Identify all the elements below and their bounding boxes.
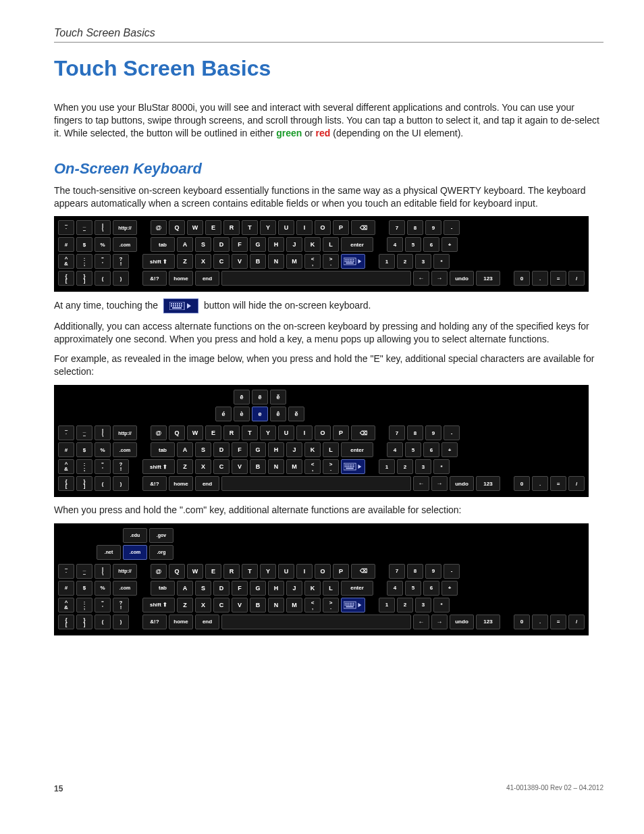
keyboard-key[interactable]: end xyxy=(195,271,219,286)
keyboard-key[interactable]: O xyxy=(315,425,331,440)
arrow-key[interactable]: → xyxy=(431,615,448,629)
keyboard-key[interactable]: 3 xyxy=(415,459,431,474)
keyboard-key[interactable]: P xyxy=(333,564,349,579)
keyboard-key[interactable]: ?! xyxy=(113,254,129,269)
keyboard-key[interactable]: T xyxy=(242,220,258,235)
keyboard-key[interactable]: X xyxy=(195,598,211,613)
keyboard-key[interactable]: home xyxy=(169,271,193,286)
arrow-key[interactable]: → xyxy=(431,476,448,491)
keyboard-key[interactable]: = xyxy=(550,271,566,286)
keyboard-key[interactable]: {[ xyxy=(58,615,74,629)
popup-key[interactable]: .net xyxy=(97,545,121,560)
keyboard-key[interactable]: U xyxy=(278,564,294,579)
keyboard-key[interactable]: * xyxy=(433,459,450,474)
keyboard-key[interactable]: ^& xyxy=(58,254,74,269)
popup-key-selected[interactable]: .com xyxy=(123,545,147,560)
keyboard-key[interactable]: . xyxy=(532,615,548,629)
keyboard-key[interactable]: <, xyxy=(304,598,321,613)
keyboard-key[interactable]: ~` xyxy=(58,220,74,235)
keyboard-key[interactable]: ) xyxy=(113,615,129,629)
keyboard-key[interactable]: J xyxy=(286,581,302,596)
keyboard-key[interactable]: / xyxy=(568,271,585,286)
keyboard-key[interactable]: |\ xyxy=(95,425,111,440)
keyboard-key[interactable]: C xyxy=(213,459,230,474)
keyboard-key[interactable]: ^& xyxy=(58,459,74,474)
backspace-key[interactable]: ⌫ xyxy=(351,220,375,235)
keyboard-key[interactable]: @ xyxy=(151,425,167,440)
keyboard-key[interactable]: .com xyxy=(113,581,137,596)
symbols-key[interactable]: &!? xyxy=(142,615,167,629)
keyboard-key[interactable]: . xyxy=(532,476,548,491)
keyboard-key[interactable]: B xyxy=(250,598,266,613)
keyboard-key[interactable]: E xyxy=(205,220,221,235)
hide-keyboard-key[interactable] xyxy=(341,459,365,474)
undo-key[interactable]: undo xyxy=(450,271,474,286)
popup-key-selected[interactable]: e xyxy=(252,407,268,421)
tab-key[interactable]: tab xyxy=(151,237,175,252)
keyboard-key[interactable]: M xyxy=(286,459,302,474)
keyboard-key[interactable]: I xyxy=(296,425,313,440)
keyboard-key[interactable]: - xyxy=(444,425,460,440)
keyboard-key[interactable]: 5 xyxy=(405,237,421,252)
keyboard-key[interactable]: 7 xyxy=(389,425,405,440)
keyboard-key[interactable]: K xyxy=(304,581,321,596)
undo-key[interactable]: undo xyxy=(450,615,474,629)
keyboard-key[interactable]: 2 xyxy=(397,254,413,269)
keyboard-key[interactable]: Y xyxy=(260,220,276,235)
keyboard-key[interactable]: <, xyxy=(304,459,321,474)
keyboard-key[interactable]: 2 xyxy=(397,459,413,474)
keyboard-key[interactable]: K xyxy=(304,237,321,252)
keyboard-key[interactable]: 7 xyxy=(389,564,405,579)
keyboard-key[interactable]: B xyxy=(250,254,266,269)
keyboard-key[interactable]: 9 xyxy=(425,564,441,579)
keyboard-key[interactable]: {[ xyxy=(58,271,74,286)
popup-key[interactable]: è xyxy=(234,407,250,421)
keyboard-key[interactable]: 3 xyxy=(415,254,431,269)
keyboard-key[interactable]: Z xyxy=(177,459,193,474)
numeric-toggle-key[interactable]: 123 xyxy=(476,271,500,286)
keyboard-key[interactable]: $ xyxy=(76,237,92,252)
keyboard-key[interactable]: # xyxy=(58,237,74,252)
keyboard-key[interactable]: C xyxy=(213,254,230,269)
keyboard-key[interactable]: :; xyxy=(76,459,92,474)
keyboard-key[interactable]: S xyxy=(195,442,211,457)
keyboard-key[interactable]: V xyxy=(232,459,248,474)
keyboard-key[interactable]: % xyxy=(95,442,111,457)
keyboard-key[interactable]: 1 xyxy=(379,254,395,269)
keyboard-key[interactable]: }] xyxy=(76,271,92,286)
keyboard-key[interactable]: % xyxy=(95,581,111,596)
keyboard-key[interactable]: * xyxy=(433,254,450,269)
keyboard-key[interactable]: ( xyxy=(95,615,111,629)
symbols-key[interactable]: &!? xyxy=(142,271,167,286)
keyboard-key[interactable]: E xyxy=(205,425,221,440)
numeric-toggle-key[interactable]: 123 xyxy=(476,476,500,491)
numeric-toggle-key[interactable]: 123 xyxy=(476,615,500,629)
popup-key[interactable]: ē xyxy=(234,390,250,405)
backspace-key[interactable]: ⌫ xyxy=(351,425,375,440)
keyboard-key[interactable]: 0 xyxy=(514,476,530,491)
keyboard-key[interactable]: E xyxy=(205,564,221,579)
keyboard-key[interactable]: http:// xyxy=(113,220,137,235)
keyboard-key[interactable]: O xyxy=(315,220,331,235)
keyboard-key[interactable]: home xyxy=(169,476,193,491)
keyboard-key[interactable]: D xyxy=(213,442,230,457)
keyboard-key[interactable]: Y xyxy=(260,425,276,440)
keyboard-key[interactable]: {[ xyxy=(58,476,74,491)
enter-key[interactable]: enter xyxy=(341,581,373,596)
popup-key[interactable]: ë xyxy=(252,390,268,405)
keyboard-key[interactable]: _– xyxy=(76,564,92,579)
keyboard-key[interactable]: L xyxy=(323,442,339,457)
keyboard-key[interactable]: H xyxy=(268,237,284,252)
keyboard-key[interactable]: :; xyxy=(76,254,92,269)
hide-keyboard-key[interactable] xyxy=(341,254,365,269)
keyboard-key[interactable]: ^& xyxy=(58,598,74,613)
keyboard-key[interactable]: G xyxy=(250,442,266,457)
keyboard-key[interactable]: U xyxy=(278,220,294,235)
keyboard-key[interactable]: A xyxy=(177,442,193,457)
keyboard-key[interactable]: 5 xyxy=(405,581,421,596)
keyboard-key[interactable]: K xyxy=(304,442,321,457)
spacebar-key[interactable] xyxy=(221,476,411,491)
popup-key[interactable]: ê xyxy=(270,407,286,421)
keyboard-key[interactable]: T xyxy=(242,564,258,579)
keyboard-key[interactable]: G xyxy=(250,237,266,252)
